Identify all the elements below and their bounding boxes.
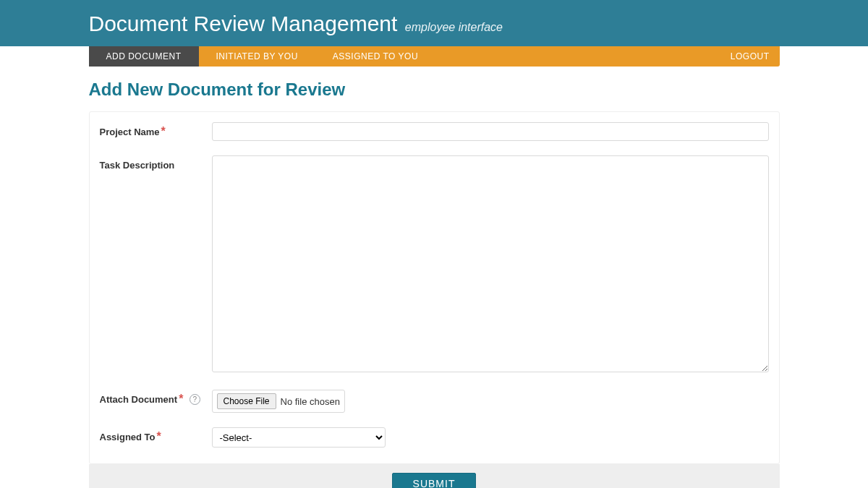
label-project-name: Project Name — [100, 127, 160, 137]
input-task-description[interactable] — [212, 155, 769, 372]
app-title: Document Review Management — [89, 12, 398, 35]
submit-button[interactable]: SUBMIT — [392, 473, 477, 488]
row-task-description: Task Description — [100, 155, 769, 375]
page-title: Add New Document for Review — [89, 80, 780, 100]
nav-initiated-by-you[interactable]: INITIATED BY YOU — [199, 46, 315, 67]
label-attach-document: Attach Document — [100, 394, 178, 405]
required-icon: * — [179, 393, 183, 405]
nav-logout[interactable]: LOGOUT — [731, 51, 770, 61]
header-bar: Document Review Management employee inte… — [0, 0, 868, 46]
row-project-name: Project Name* — [100, 122, 769, 141]
input-project-name[interactable] — [212, 122, 769, 141]
label-task-description: Task Description — [100, 160, 175, 171]
label-assigned-to: Assigned To — [100, 432, 156, 442]
app-subtitle: employee interface — [405, 21, 503, 33]
nav-assigned-to-you[interactable]: ASSIGNED TO YOU — [315, 46, 435, 67]
required-icon: * — [161, 125, 166, 137]
nav-add-document[interactable]: ADD DOCUMENT — [89, 46, 199, 67]
select-assigned-to[interactable]: -Select- — [212, 427, 386, 448]
submit-bar: SUBMIT — [89, 464, 780, 488]
required-icon: * — [157, 430, 161, 442]
file-status-text: No file chosen — [281, 396, 340, 407]
nav-bar: ADD DOCUMENT INITIATED BY YOU ASSIGNED T… — [89, 46, 780, 67]
choose-file-button[interactable]: Choose File — [217, 393, 276, 409]
form-area: Project Name* Task Description Attach Do… — [89, 111, 780, 464]
row-assigned-to: Assigned To* -Select- — [100, 427, 769, 448]
help-icon[interactable]: ? — [190, 394, 200, 405]
file-input-wrap[interactable]: Choose File No file chosen — [212, 390, 345, 413]
row-attach-document: Attach Document* ? Choose File No file c… — [100, 390, 769, 413]
